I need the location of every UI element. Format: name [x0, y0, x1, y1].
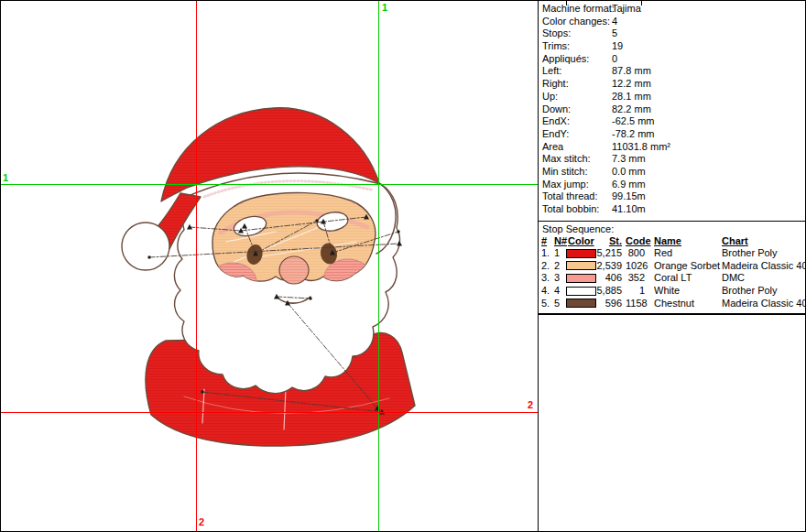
info-label: Max stitch:	[542, 153, 591, 166]
row-n: 1	[554, 247, 566, 260]
row-num: 2.	[541, 260, 553, 273]
stop-sequence-title: Stop Sequence:	[542, 223, 614, 234]
info-value: -62.5 mm	[612, 115, 654, 128]
info-value: Tajima	[612, 3, 641, 16]
row-code: 1158	[626, 298, 645, 310]
header-code: Code	[626, 235, 645, 247]
stop-sequence-table: 1. 1 5,215 800 Red Brother Poly 2. 2 2,5…	[539, 247, 806, 309]
row-stitches: 406	[585, 272, 622, 285]
info-row: Area 11031.8 mm²	[539, 141, 805, 154]
info-value: -78.2 mm	[612, 128, 654, 141]
row-num: 3.	[541, 272, 553, 285]
stop-sequence-row: 3. 3 406 352 Coral LT DMC	[539, 272, 806, 285]
row-code: 1	[626, 285, 645, 298]
header-chart: Chart	[722, 235, 806, 247]
stop-sequence-row: 2. 2 2,539 1026 Orange Sorbet Madeira Cl…	[539, 260, 806, 273]
info-label: Area	[542, 141, 563, 154]
row-name: Orange Sorbet	[654, 260, 721, 273]
info-row: Machine format: Tajima	[539, 3, 805, 16]
info-row: Trims: 19	[539, 40, 805, 53]
info-row: Appliqués: 0	[539, 53, 805, 66]
info-row: Stops: 5	[539, 27, 805, 40]
row-stitches: 5,215	[585, 247, 622, 260]
hat-pompom	[122, 223, 169, 270]
info-row: Right: 12.2 mm	[539, 78, 805, 91]
info-row: Total thread: 99.15m	[539, 190, 805, 203]
row-num: 5.	[541, 298, 553, 310]
embroidery-report-window: 1 1 2 2 Machine format: Tajima Color cha…	[0, 0, 806, 532]
info-row: Left: 87.8 mm	[539, 65, 805, 78]
header-name: Name	[654, 235, 721, 247]
guide-line-green-vertical	[378, 1, 379, 531]
row-chart: DMC	[722, 272, 806, 285]
row-n: 4	[554, 285, 566, 298]
row-stitches: 596	[585, 298, 622, 310]
info-row: Total bobbin: 41.10m	[539, 203, 805, 216]
info-label: Total bobbin:	[542, 203, 599, 216]
stop-sequence-row: 4. 4 5,885 1 White Brother Poly	[539, 285, 806, 298]
row-name: White	[654, 285, 721, 298]
info-label: Trims:	[542, 40, 570, 53]
info-row: Up: 28.1 mm	[539, 91, 805, 103]
info-value: 41.10m	[612, 203, 646, 216]
guide-label-green-top: 1	[382, 3, 387, 13]
info-row: EndX: -62.5 mm	[539, 115, 805, 128]
guide-label-red-bottom: 2	[199, 517, 204, 527]
info-value: 0.0 mm	[612, 166, 646, 179]
info-row: Max stitch: 7.3 mm	[539, 153, 805, 166]
stop-sequence-row: 1. 1 5,215 800 Red Brother Poly	[539, 247, 806, 260]
row-stitches: 2,539	[585, 260, 622, 273]
table-bottom-border	[539, 313, 806, 315]
info-label: Up:	[542, 91, 558, 103]
info-value: 19	[612, 40, 623, 53]
info-label: Stops:	[542, 27, 571, 40]
info-value: 5	[612, 27, 617, 40]
row-name: Chestnut	[654, 298, 721, 310]
info-row: Max jump: 6.9 mm	[539, 179, 805, 191]
row-n: 5	[554, 298, 566, 310]
info-value: 11031.8 mm²	[612, 141, 670, 154]
row-name: Red	[654, 247, 721, 260]
guide-line-red-vertical	[196, 1, 197, 531]
info-row: Min stitch: 0.0 mm	[539, 166, 805, 179]
info-row: Down: 82.2 mm	[539, 103, 805, 116]
info-label: Down:	[542, 103, 571, 116]
row-num: 4.	[541, 285, 553, 298]
info-value: 99.15m	[612, 190, 646, 203]
guide-label-red-right: 2	[528, 400, 533, 410]
info-row: EndY: -78.2 mm	[539, 128, 805, 141]
info-value: 6.9 mm	[612, 179, 646, 191]
info-value: 12.2 mm	[612, 78, 651, 91]
info-value: 7.3 mm	[612, 153, 646, 166]
row-n: 2	[554, 260, 566, 273]
panel-divider	[538, 1, 539, 531]
stop-sequence-row: 5. 5 596 1158 Chestnut Madeira Classic 4…	[539, 298, 806, 310]
info-value: 0	[612, 53, 617, 66]
info-label: EndX:	[542, 115, 570, 128]
row-stitches: 5,885	[585, 285, 622, 298]
info-label: Total thread:	[542, 190, 598, 203]
section-divider	[539, 221, 806, 222]
info-label: Color changes:	[542, 16, 610, 28]
info-label: Max jump:	[542, 179, 589, 191]
guide-label-green-left: 1	[3, 173, 8, 183]
design-canvas[interactable]: 1 1 2 2	[1, 1, 538, 531]
santa-embroidery-design[interactable]	[1, 1, 538, 531]
info-label: Appliqués:	[542, 53, 589, 66]
header-num: #	[541, 235, 553, 247]
design-info-panel: Machine format: Tajima Color changes: 4 …	[539, 3, 805, 216]
info-label: Machine format:	[542, 3, 615, 16]
row-code: 352	[626, 272, 645, 285]
header-st: St.	[585, 235, 622, 247]
header-n: N#	[554, 235, 566, 247]
santa-nose	[279, 256, 309, 284]
stop-sequence-header: # N# Color St. Code Name Chart	[539, 235, 806, 247]
row-chart: Madeira Classic 40	[722, 298, 806, 310]
info-label: Right:	[542, 78, 569, 91]
info-label: Min stitch:	[542, 166, 588, 179]
guide-line-green-horizontal	[1, 184, 538, 185]
row-n: 3	[554, 272, 566, 285]
row-num: 1.	[541, 247, 553, 260]
row-chart: Brother Poly	[722, 285, 806, 298]
info-label: Left:	[542, 65, 561, 78]
